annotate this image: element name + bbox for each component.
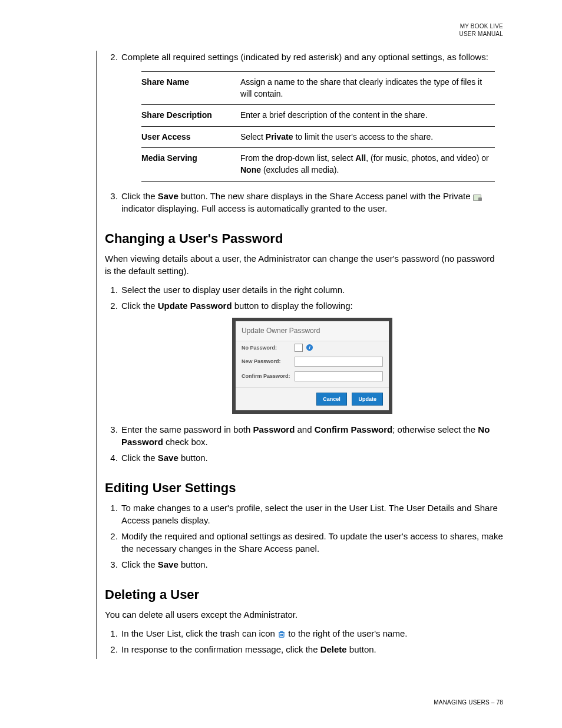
no-password-checkbox[interactable]: [295, 344, 303, 352]
step-2: Complete all required settings (indicate…: [120, 51, 503, 182]
du-step-2: In response to the confirmation message,…: [120, 643, 503, 655]
changing-password-intro: When viewing details about a user, the A…: [105, 252, 503, 278]
media-serving-label: Media Serving: [141, 148, 240, 181]
cp-step-4: Click the Save button.: [120, 452, 503, 464]
share-name-desc: Assign a name to the share that clearly …: [240, 72, 495, 105]
private-icon: [473, 193, 481, 200]
new-password-label: New Password:: [242, 358, 295, 365]
cp-step-1: Select the user to display user details …: [120, 284, 503, 296]
table-row: User Access Select Private to limit the …: [141, 126, 495, 148]
es-step-1: To make changes to a user's profile, sel…: [120, 502, 503, 526]
new-password-row: New Password:: [236, 354, 389, 369]
table-row: Media Serving From the drop-down list, s…: [141, 148, 495, 181]
share-desc-desc: Enter a brief description of the content…: [240, 105, 495, 127]
settings-table: Share Name Assign a name to the share th…: [141, 71, 495, 182]
content: Complete all required settings (indicate…: [97, 51, 503, 655]
media-serving-desc: From the drop-down list, select All, (fo…: [240, 148, 495, 181]
du-step-1: In the User List, click the trash can ic…: [120, 627, 503, 640]
confirm-password-label: Confirm Password:: [242, 373, 295, 380]
editing-settings-heading: Editing User Settings: [105, 480, 503, 496]
cancel-button[interactable]: Cancel: [316, 393, 347, 406]
trash-icon: [277, 630, 286, 638]
no-password-label: No Password:: [242, 344, 295, 352]
table-row: Share Description Enter a brief descript…: [141, 105, 495, 127]
deleting-user-intro: You can delete all users except the Admi…: [105, 608, 503, 621]
header-line-1: MY BOOK LIVE: [459, 22, 503, 30]
step-3: Click the Save button. The new share dis…: [120, 190, 503, 215]
changing-password-steps: Select the user to display user details …: [101, 284, 503, 464]
confirm-password-row: Confirm Password:: [236, 369, 389, 384]
cp-step-2: Click the Update Password button to disp…: [120, 299, 503, 414]
dialog-footer: Cancel Update: [236, 387, 389, 411]
content-border: Complete all required settings (indicate…: [96, 51, 503, 659]
table-row: Share Name Assign a name to the share th…: [141, 72, 495, 105]
changing-password-heading: Changing a User's Password: [105, 231, 503, 246]
info-icon[interactable]: i: [306, 344, 313, 351]
deleting-user-steps: In the User List, click the trash can ic…: [101, 627, 503, 655]
share-name-label: Share Name: [141, 72, 240, 105]
share-desc-label: Share Description: [141, 105, 240, 127]
confirm-password-input[interactable]: [295, 371, 383, 381]
update-button[interactable]: Update: [352, 393, 383, 406]
cp-step-3: Enter the same password in both Password…: [120, 423, 503, 448]
user-access-desc: Select Private to limit the user's acces…: [240, 126, 495, 148]
header-line-2: USER MANUAL: [459, 30, 503, 38]
page-footer: MANAGING USERS – 78: [434, 699, 503, 706]
page-header: MY BOOK LIVE USER MANUAL: [459, 22, 503, 38]
user-access-label: User Access: [141, 126, 240, 148]
no-password-row: No Password: i: [236, 341, 389, 354]
editing-settings-steps: To make changes to a user's profile, sel…: [101, 502, 503, 571]
update-password-dialog: Update Owner Password No Password: i New…: [232, 318, 392, 414]
dialog-title: Update Owner Password: [236, 321, 389, 341]
es-step-3: Click the Save button.: [120, 558, 503, 571]
settings-steps-list: Complete all required settings (indicate…: [101, 51, 503, 215]
new-password-input[interactable]: [295, 357, 383, 367]
deleting-user-heading: Deleting a User: [105, 587, 503, 602]
step-2-text: Complete all required settings (indicate…: [121, 52, 488, 62]
es-step-2: Modify the required and optional setting…: [120, 530, 503, 555]
